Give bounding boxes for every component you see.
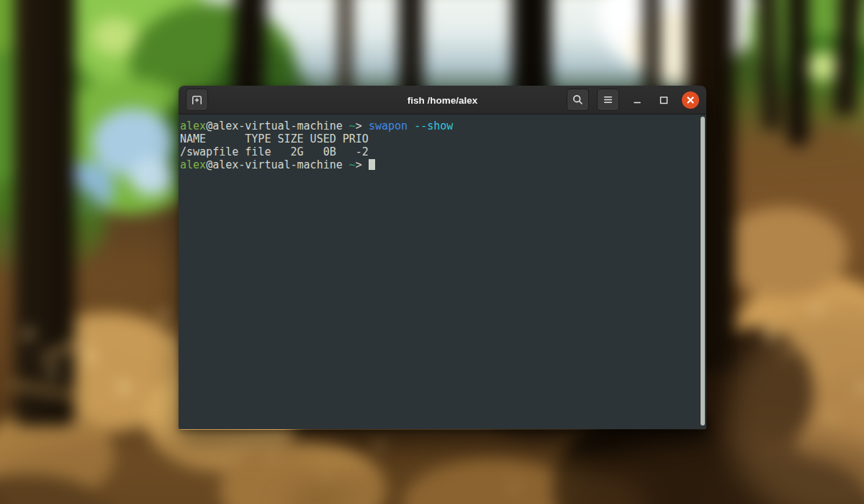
minimize-button[interactable] — [629, 91, 646, 109]
desktop: fish /home/alex — [0, 0, 864, 504]
search-icon — [572, 94, 584, 106]
wallpaper-fg-blob — [727, 310, 864, 504]
terminal-window: fish /home/alex — [179, 86, 706, 430]
terminal-line: alex@alex-virtual-machine ~> — [180, 158, 699, 171]
maximize-button[interactable] — [655, 91, 672, 109]
titlebar[interactable]: fish /home/alex — [179, 86, 706, 114]
window-title: fish /home/alex — [408, 94, 478, 105]
terminal-content[interactable]: alex@alex-virtual-machine ~> swapon --sh… — [179, 114, 706, 429]
close-icon — [683, 92, 698, 108]
tab-new-icon — [191, 94, 203, 106]
search-button[interactable] — [567, 89, 589, 111]
minimize-icon — [631, 94, 644, 107]
terminal-cursor — [369, 159, 375, 170]
close-button[interactable] — [682, 91, 699, 109]
menu-button[interactable] — [597, 89, 619, 111]
terminal-line: alex@alex-virtual-machine ~> swapon --sh… — [180, 120, 699, 132]
terminal-line: NAME TYPE SIZE USED PRIO — [180, 132, 699, 145]
terminal-line: /swapfile file 2G 0B -2 — [180, 145, 699, 158]
maximize-icon — [657, 94, 670, 107]
new-tab-button[interactable] — [186, 89, 208, 111]
terminal-scrollbar[interactable] — [701, 117, 705, 426]
hamburger-menu-icon — [602, 94, 614, 106]
terminal-output: alex@alex-virtual-machine ~> swapon --sh… — [180, 120, 699, 171]
